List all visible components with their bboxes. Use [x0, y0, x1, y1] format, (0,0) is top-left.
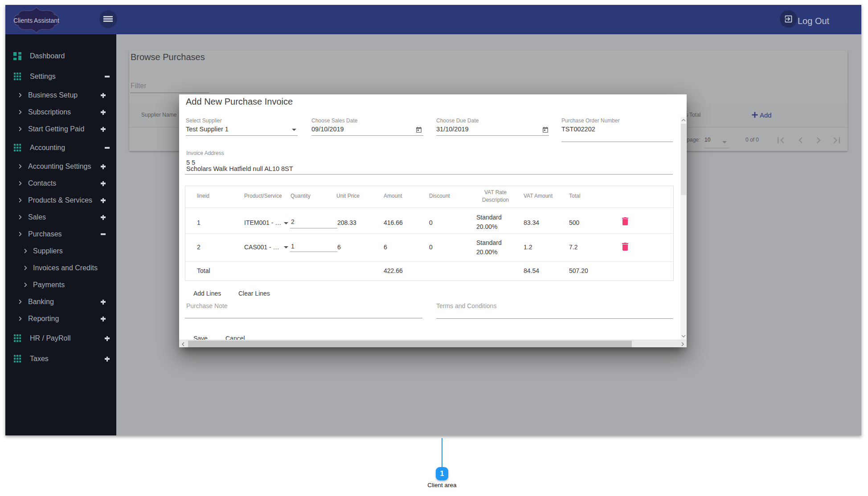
- svg-text:Clients Assistant: Clients Assistant: [13, 17, 59, 24]
